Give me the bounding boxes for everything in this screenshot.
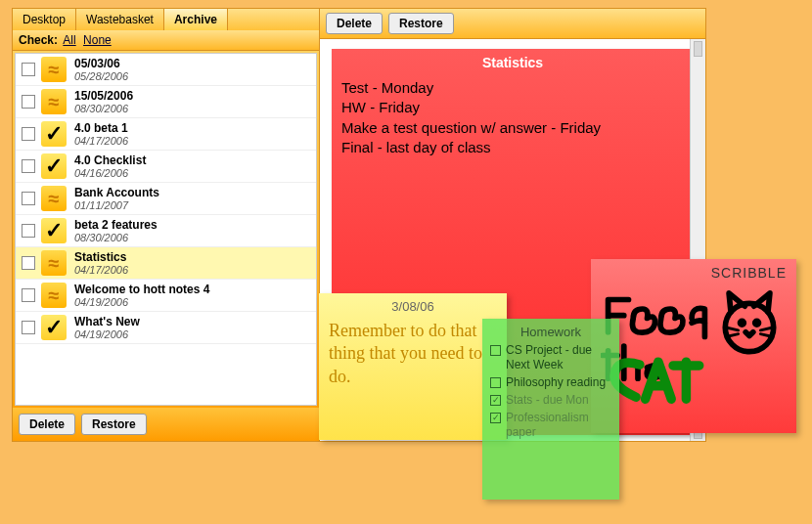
homework-text: Stats - due Mon — [506, 393, 589, 408]
preview-restore-button[interactable]: Restore — [388, 13, 454, 34]
note-date: 08/30/2006 — [74, 103, 133, 114]
delete-button[interactable]: Delete — [19, 414, 75, 435]
note-date: 05/28/2006 — [74, 70, 128, 82]
right-toolbar: Delete Restore — [320, 9, 705, 39]
note-type-icon — [41, 89, 67, 114]
note-type-icon — [41, 315, 67, 340]
sticky-yellow-header: 3/08/06 — [329, 299, 497, 314]
note-type-icon — [41, 250, 67, 276]
note-checkbox[interactable] — [22, 159, 35, 173]
note-title: 05/03/06 — [74, 57, 128, 70]
note-type-icon — [41, 283, 67, 308]
scribble-drawing-icon — [601, 283, 787, 410]
check-none-link[interactable]: None — [83, 33, 112, 47]
note-meta: Bank Accounts01/11/2007 — [74, 186, 159, 211]
restore-button[interactable]: Restore — [81, 414, 147, 435]
note-row[interactable]: 15/05/200608/30/2006 — [16, 86, 316, 118]
note-type-icon — [41, 121, 67, 147]
sticky-note-scribble[interactable]: SCRIBBLE — [591, 259, 796, 433]
note-title: 4.0 beta 1 — [74, 121, 128, 135]
note-checkbox[interactable] — [22, 256, 35, 270]
note-date: 04/17/2006 — [74, 264, 128, 276]
homework-item[interactable]: Philosophy reading — [490, 375, 611, 390]
note-type-icon — [41, 57, 67, 82]
svg-point-1 — [741, 321, 744, 325]
note-title: Statistics — [74, 250, 128, 264]
note-meta: Statistics04/17/2006 — [74, 250, 128, 276]
note-title: 4.0 Checklist — [74, 153, 146, 167]
note-date: 01/11/2007 — [74, 199, 159, 211]
note-checkbox[interactable] — [22, 63, 35, 76]
sticky-green-header: Homework — [490, 325, 611, 339]
note-meta: Welcome to hott notes 404/19/2006 — [74, 283, 209, 308]
homework-item[interactable]: ✓Stats - due Mon — [490, 393, 611, 408]
homework-items: CS Project - due Next WeekPhilosophy rea… — [490, 343, 611, 440]
preview-note-body: Test - MondayHW - FridayMake a test ques… — [332, 76, 694, 159]
note-row[interactable]: Welcome to hott notes 404/19/2006 — [16, 280, 316, 312]
homework-text: Philosophy reading — [506, 375, 606, 390]
left-buttons: Delete Restore — [13, 408, 319, 441]
preview-note-title: Statistics — [332, 49, 694, 76]
note-date: 04/19/2006 — [74, 296, 209, 308]
note-title: Welcome to hott notes 4 — [74, 283, 209, 296]
sticky-yellow-body: Remember to do that thing that you need … — [329, 320, 497, 388]
tab-desktop[interactable]: Desktop — [13, 9, 76, 30]
note-title: 15/05/2006 — [74, 89, 133, 103]
note-meta: 05/03/0605/28/2006 — [74, 57, 128, 82]
note-checkbox[interactable] — [22, 192, 35, 205]
note-checkbox[interactable] — [22, 127, 35, 141]
note-checkbox[interactable] — [22, 224, 35, 238]
note-meta: beta 2 features08/30/2006 — [74, 218, 158, 243]
left-panel: DesktopWastebasketArchive Check: All Non… — [13, 9, 320, 441]
note-date: 08/30/2006 — [74, 232, 158, 243]
checkbox-icon[interactable]: ✓ — [490, 413, 501, 423]
homework-text: CS Project - due Next Week — [506, 343, 611, 372]
homework-item[interactable]: ✓Professionalism paper — [490, 411, 611, 440]
preview-line: HW - Friday — [341, 98, 684, 117]
note-row[interactable]: Bank Accounts01/11/2007 — [16, 183, 316, 215]
tab-archive[interactable]: Archive — [164, 9, 228, 30]
note-type-icon — [41, 153, 67, 179]
checkbox-icon[interactable] — [490, 345, 501, 356]
checkbox-icon[interactable]: ✓ — [490, 395, 501, 406]
note-meta: 4.0 beta 104/17/2006 — [74, 121, 128, 147]
sticky-note-homework[interactable]: Homework CS Project - due Next WeekPhilo… — [482, 319, 619, 500]
svg-point-2 — [755, 321, 759, 325]
sticky-red-header: SCRIBBLE — [601, 265, 787, 281]
note-meta: What's New04/19/2006 — [74, 315, 140, 340]
note-title: What's New — [74, 315, 140, 328]
note-title: beta 2 features — [74, 218, 158, 232]
note-date: 04/17/2006 — [74, 135, 128, 147]
note-row[interactable]: What's New04/19/2006 — [16, 312, 316, 344]
tab-bar: DesktopWastebasketArchive — [13, 9, 319, 30]
note-date: 04/19/2006 — [74, 328, 140, 340]
note-row[interactable]: beta 2 features08/30/2006 — [16, 215, 316, 247]
preview-line: Final - last day of class — [341, 138, 684, 157]
preview-line: Make a test question w/ answer - Friday — [341, 118, 684, 138]
preview-line: Test - Monday — [341, 78, 684, 98]
note-checkbox[interactable] — [22, 288, 35, 302]
check-label: Check: — [19, 33, 58, 47]
note-list[interactable]: 05/03/0605/28/200615/05/200608/30/20064.… — [15, 53, 317, 406]
note-row[interactable]: 4.0 Checklist04/16/2006 — [16, 151, 316, 183]
tab-wastebasket[interactable]: Wastebasket — [76, 9, 164, 30]
check-row: Check: All None — [13, 30, 319, 51]
note-type-icon — [41, 186, 67, 211]
note-row[interactable]: 05/03/0605/28/2006 — [16, 54, 316, 86]
homework-item[interactable]: CS Project - due Next Week — [490, 343, 611, 372]
homework-text: Professionalism paper — [506, 411, 611, 440]
note-title: Bank Accounts — [74, 186, 159, 199]
note-checkbox[interactable] — [22, 95, 35, 109]
sticky-note-yellow[interactable]: 3/08/06 Remember to do that thing that y… — [319, 293, 507, 440]
note-date: 04/16/2006 — [74, 167, 146, 179]
note-type-icon — [41, 218, 67, 243]
note-meta: 4.0 Checklist04/16/2006 — [74, 153, 146, 179]
note-row[interactable]: 4.0 beta 104/17/2006 — [16, 118, 316, 151]
preview-delete-button[interactable]: Delete — [326, 13, 383, 34]
note-meta: 15/05/200608/30/2006 — [74, 89, 133, 114]
note-row[interactable]: Statistics04/17/2006 — [16, 247, 316, 280]
check-all-link[interactable]: All — [63, 33, 75, 47]
note-checkbox[interactable] — [22, 321, 35, 334]
checkbox-icon[interactable] — [490, 377, 501, 388]
